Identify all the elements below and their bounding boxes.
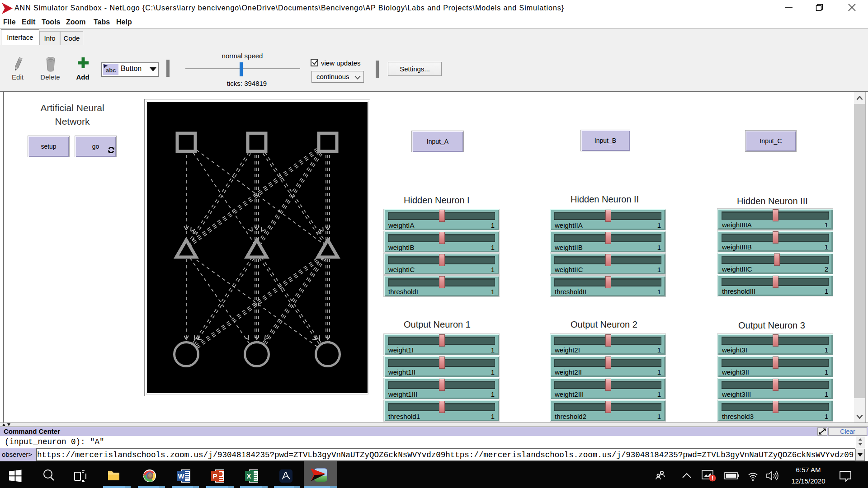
svg-text:P: P	[212, 472, 217, 480]
svg-text:W: W	[178, 472, 184, 480]
svg-text:X: X	[246, 472, 251, 480]
